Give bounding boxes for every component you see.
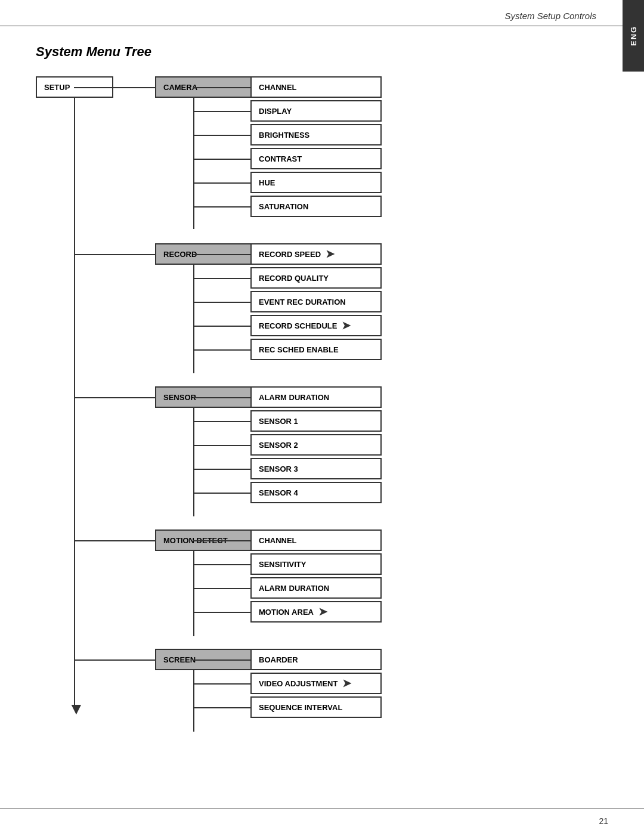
arrow-record-schedule: ➤ <box>342 319 351 332</box>
sequence-interval-box: SEQUENCE INTERVAL <box>250 696 382 718</box>
hue-box: HUE <box>250 172 382 193</box>
rec-sched-enable-box: REC SCHED ENABLE <box>250 339 382 360</box>
video-adjustment-box: VIDEO ADJUSTMENT ➤ <box>250 673 382 694</box>
horiz-sensor4 <box>193 493 250 494</box>
horiz-alarm-dur1 <box>193 397 250 398</box>
horiz-rec-sched-enable <box>193 349 250 351</box>
sensor1-box: SENSOR 1 <box>250 410 382 432</box>
horiz-record <box>74 254 155 255</box>
header-title: System Setup Controls <box>505 11 596 21</box>
horiz-record-quality <box>193 278 250 279</box>
sensor4-box: SENSOR 4 <box>250 482 382 503</box>
horiz-seq-interval <box>193 707 250 708</box>
horiz-motion <box>74 540 155 541</box>
horiz-sensor2 <box>193 445 250 446</box>
down-arrow: ▼ <box>68 699 85 719</box>
vert-screen <box>193 670 194 732</box>
record-quality-box: RECORD QUALITY <box>250 267 382 289</box>
eng-tab: ENG <box>623 0 644 72</box>
arrow-motion-area: ➤ <box>318 605 327 618</box>
vert-record <box>193 265 194 373</box>
horiz-sensor3 <box>193 469 250 470</box>
horiz-channel1 <box>193 87 250 88</box>
page-number: 21 <box>599 816 608 826</box>
horiz-video-adj <box>193 683 250 685</box>
channel2-box: CHANNEL <box>250 529 382 551</box>
page-title: System Menu Tree <box>36 44 608 60</box>
horiz-display <box>193 111 250 112</box>
horiz-record-speed <box>193 254 250 255</box>
sensor3-box: SENSOR 3 <box>250 458 382 479</box>
record-speed-box: RECORD SPEED ➤ <box>250 243 382 265</box>
horiz-screen <box>74 659 155 661</box>
event-rec-box: EVENT REC DURATION <box>250 291 382 312</box>
motion-area-box: MOTION AREA ➤ <box>250 601 382 623</box>
horiz-record-schedule <box>193 326 250 327</box>
horiz-brightness <box>193 135 250 136</box>
horiz-event-rec <box>193 302 250 303</box>
arrow-video-adj: ➤ <box>342 677 351 690</box>
arrow-record-speed: ➤ <box>326 247 335 261</box>
contrast-box: CONTRAST <box>250 148 382 169</box>
horiz-alarm-dur2 <box>193 588 250 589</box>
vert-camera <box>193 98 194 229</box>
horiz-camera <box>74 87 155 88</box>
channel1-box: CHANNEL <box>250 76 382 98</box>
brightness-box: BRIGHTNESS <box>250 124 382 145</box>
horiz-sensor <box>74 397 155 398</box>
horiz-hue <box>193 182 250 184</box>
horiz-motion-area <box>193 612 250 613</box>
saturation-box: SATURATION <box>250 196 382 217</box>
boarder-box: BOARDER <box>250 649 382 670</box>
horiz-sensitivity <box>193 564 250 565</box>
tree-container: SETUP ▼ CAMERA CHANNEL DISPLAY BRIGHTNES… <box>36 76 608 750</box>
alarm-duration1-box: ALARM DURATION <box>250 386 382 408</box>
vert-line-main <box>74 98 75 706</box>
vert-sensor <box>193 408 194 516</box>
main-content: System Menu Tree SETUP ▼ CAMERA CHANNEL … <box>0 26 644 774</box>
horiz-saturation <box>193 206 250 208</box>
sensitivity-box: SENSITIVITY <box>250 553 382 575</box>
horiz-channel2 <box>193 540 250 541</box>
horiz-boarder <box>193 659 250 661</box>
display-box: DISPLAY <box>250 100 382 122</box>
horiz-contrast <box>193 159 250 160</box>
top-bar: System Setup Controls <box>0 0 644 26</box>
bottom-bar: 21 <box>0 809 644 833</box>
alarm-duration2-box: ALARM DURATION <box>250 577 382 599</box>
sensor2-box: SENSOR 2 <box>250 434 382 456</box>
record-schedule-box: RECORD SCHEDULE ➤ <box>250 315 382 336</box>
horiz-sensor1 <box>193 421 250 422</box>
